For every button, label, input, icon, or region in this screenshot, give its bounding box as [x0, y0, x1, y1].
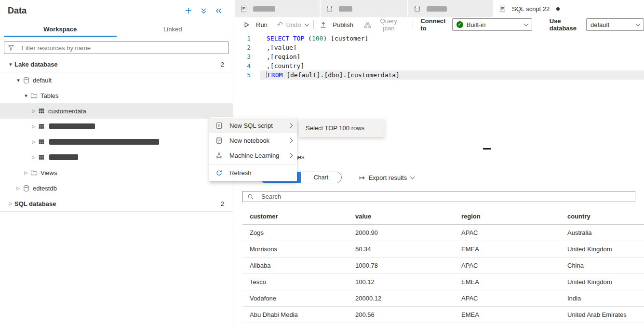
tab-workspace[interactable]: Workspace: [4, 23, 117, 37]
refresh-icon: [215, 169, 223, 177]
submenu-chevron-icon: [288, 153, 293, 158]
table-cell: Alibaba: [242, 262, 348, 269]
menu-item-label: Machine Learning: [229, 152, 285, 159]
table-cell: 20000.12: [348, 295, 454, 302]
table-row[interactable]: Morrisons50.34EMEAUnited Kingdom: [242, 241, 644, 258]
folder-icon: [30, 169, 38, 177]
filter-input[interactable]: [21, 44, 226, 52]
script-icon: [215, 122, 223, 130]
search-icon: [247, 193, 255, 201]
table-cell: EMEA: [454, 278, 560, 286]
expander-icon: [30, 109, 38, 113]
table-row[interactable]: Vodafone20000.12APACIndia: [242, 290, 644, 307]
table-row[interactable]: Tesco100.12EMEAUnited Kingdom: [242, 274, 644, 290]
tree-item-label: default: [33, 77, 52, 84]
export-results-label: Export results: [369, 174, 407, 181]
results-table: customervalueregioncountryZogs2000.90APA…: [242, 208, 644, 323]
item-count: 2: [221, 200, 224, 207]
publish-button[interactable]: Publish: [319, 21, 353, 28]
editor-tab-redacted[interactable]: [321, 0, 407, 17]
connect-to-value: Built-in: [467, 21, 486, 28]
menu-item-new-notebook[interactable]: New notebook: [209, 133, 297, 148]
table-cell: 200.56: [348, 311, 454, 318]
table-cell: 50.34: [348, 245, 454, 253]
table-cell: Vodafone: [242, 295, 348, 302]
folder-icon: [30, 92, 38, 99]
tree-item-label: Lake database: [14, 61, 58, 68]
menu-item-refresh[interactable]: Refresh: [209, 165, 297, 180]
redacted-tab-title: [427, 6, 447, 12]
table-cell: Morrisons: [242, 245, 348, 253]
editor-line-4: 4,[country]: [234, 61, 644, 70]
notebook-icon: [215, 137, 223, 145]
tree-item-label: Views: [40, 169, 57, 177]
table-dark-icon: [38, 138, 45, 146]
editor-line-5: 5FROM [default].[dbo].[customerdata]: [234, 70, 644, 80]
collapse-pane-button[interactable]: [215, 6, 224, 15]
run-label: Run: [256, 21, 268, 28]
table-cell: APAC: [454, 262, 560, 269]
tree-item-tables[interactable]: Tables: [0, 88, 233, 103]
editor-line-3: 3,[region]: [234, 52, 644, 61]
table-row[interactable]: Alibaba1000.78APACChina: [242, 258, 644, 274]
publish-label: Publish: [333, 21, 353, 28]
tree-item-customerdata[interactable]: customerdata: [0, 103, 233, 119]
tree-item-redacted[interactable]: [0, 119, 233, 134]
collapse-left-icon: [215, 7, 222, 14]
table-cell: 1000.78: [348, 262, 454, 269]
menu-item-machine-learning[interactable]: Machine Learning: [209, 148, 297, 163]
submenu-chevron-icon: [288, 123, 293, 128]
menu-divider: [209, 164, 297, 164]
undo-dropdown-button[interactable]: [305, 24, 309, 26]
tree-item-label: edtestdb: [33, 185, 57, 192]
use-database-label: Use database: [550, 17, 582, 32]
tree-item-edtestdb[interactable]: edtestdb: [0, 180, 233, 196]
plus-icon: [185, 7, 192, 14]
table-row[interactable]: Abu Dhabi Media200.56EMEAUnited Arab Emi…: [242, 307, 644, 323]
menu-item-new-sql-script[interactable]: New SQL script: [209, 118, 297, 133]
expander-icon: [22, 93, 30, 99]
table-cell: United Kingdom: [560, 245, 644, 253]
tree-item-label: customerdata: [48, 108, 86, 115]
ml-icon: [215, 152, 223, 160]
resource-tree: Lake database2defaultTablescustomerdataV…: [0, 56, 233, 212]
results-search-input[interactable]: [260, 192, 631, 201]
database-icon: [22, 184, 30, 192]
run-button[interactable]: Run: [242, 21, 268, 28]
tree-item-redacted[interactable]: [0, 134, 233, 150]
filter-icon: [7, 44, 15, 52]
toggle-chart[interactable]: Chart: [301, 172, 341, 183]
line-number: 3: [234, 52, 251, 61]
tree-item-views[interactable]: Views: [0, 165, 233, 180]
export-results-button[interactable]: Export results: [359, 174, 414, 181]
redacted-label: [49, 123, 95, 129]
table-cell: United Kingdom: [560, 278, 644, 286]
tree-item-default[interactable]: default: [0, 72, 233, 88]
column-header-country: country: [560, 213, 644, 220]
table-cell: APAC: [454, 229, 560, 236]
tab-linked[interactable]: Linked: [117, 23, 229, 37]
tree-item-lake-database[interactable]: Lake database2: [0, 56, 233, 72]
table-cell: India: [560, 295, 644, 302]
submenu-item-select-top-100-rows[interactable]: Select TOP 100 rows: [299, 119, 385, 137]
run-icon: [242, 21, 250, 28]
editor-tab-sql-script-22[interactable]: SQL script 22: [494, 0, 583, 17]
editor-tab-redacted[interactable]: [235, 0, 320, 17]
expander-icon: [7, 201, 14, 206]
tree-item-label: Tables: [40, 92, 59, 99]
expander-icon: [14, 186, 22, 191]
add-resource-button[interactable]: [186, 6, 194, 15]
tree-item-redacted[interactable]: [0, 150, 233, 165]
table-row[interactable]: Zogs2000.90APACAustralia: [242, 225, 644, 241]
query-plan-button[interactable]: Query plan: [364, 17, 400, 32]
undo-button[interactable]: Undo: [277, 21, 301, 28]
connected-check-icon: [456, 21, 463, 28]
sidebar-tabs: Workspace Linked: [4, 23, 229, 37]
use-database-dropdown[interactable]: default: [586, 18, 644, 31]
editor-tab-redacted[interactable]: [408, 0, 493, 17]
actions-button[interactable]: [201, 6, 209, 15]
connect-to-dropdown[interactable]: Built-in: [452, 18, 532, 31]
editor-tabbar: SQL script 22: [234, 0, 644, 17]
redacted-label: [49, 154, 78, 160]
tree-item-sql-database[interactable]: SQL database2: [0, 196, 233, 212]
